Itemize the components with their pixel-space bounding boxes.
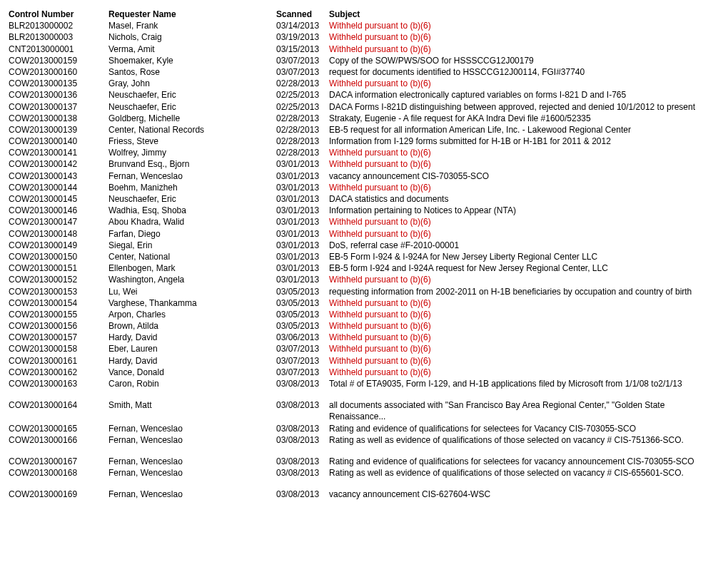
table-row: COW2013000166Fernan, Wenceslao03/08/2013… [9, 434, 719, 446]
table-row: COW2013000136Neuschaefer, Eric02/25/2013… [9, 89, 719, 101]
cell-control-number: COW2013000166 [9, 434, 108, 446]
cell-requester-name: Wadhia, Esq, Shoba [108, 205, 276, 216]
cell-subject: Withheld pursuant to (b)(6) [326, 44, 719, 55]
cell-subject: Rating and evidence of qualifications fo… [326, 456, 719, 467]
cell-requester-name: Nichols, Craig [108, 31, 276, 43]
cell-control-number: COW2013000135 [9, 78, 108, 89]
cell-subject: Rating as well as evidence of qualificat… [326, 467, 719, 479]
cell-subject: DoS, referral case #F-2010-00001 [326, 240, 719, 251]
cell-control-number: COW2013000142 [9, 158, 108, 170]
cell-control-number: COW2013000159 [9, 55, 108, 66]
cell-control-number: COW2013000157 [9, 332, 108, 343]
cell-control-number: COW2013000140 [9, 136, 108, 147]
cell-subject: Withheld pursuant to (b)(6) [326, 309, 719, 320]
cell-subject: DACA Forms I-821D distinguishing between… [326, 101, 719, 113]
cell-subject: DACA statistics and documents [326, 193, 719, 205]
cell-subject: EB-5 request for all information America… [326, 124, 719, 136]
table-row: COW2013000154Varghese, Thankamma03/05/20… [9, 297, 719, 309]
cell-subject: Rating and evidence of qualifications fo… [326, 423, 719, 434]
cell-subject: Withheld pursuant to (b)(6) [326, 320, 719, 332]
cell-control-number: BLR2013000003 [9, 31, 108, 43]
table-row: COW2013000145Neuschaefer, Eric03/01/2013… [9, 193, 719, 205]
table-row: BLR2013000003Nichols, Craig03/19/2013Wit… [9, 31, 719, 43]
table-row: COW2013000158Eber, Lauren03/07/2013Withh… [9, 343, 719, 354]
cell-control-number: COW2013000154 [9, 297, 108, 309]
cell-control-number: COW2013000144 [9, 182, 108, 193]
cell-subject: Withheld pursuant to (b)(6) [326, 31, 719, 43]
cell-scanned: 02/28/2013 [276, 124, 326, 136]
cell-scanned: 03/08/2013 [276, 434, 326, 446]
cell-scanned: 03/07/2013 [276, 367, 326, 378]
cell-subject: Withheld pursuant to (b)(6) [326, 343, 719, 354]
cell-scanned: 03/08/2013 [276, 423, 326, 434]
table-row: COW2013000146Wadhia, Esq, Shoba03/01/201… [9, 205, 719, 216]
cell-requester-name: Hardy, David [108, 355, 276, 367]
table-row: COW2013000161Hardy, David03/07/2013Withh… [9, 355, 719, 367]
cell-requester-name: Caron, Robin [108, 378, 276, 389]
cell-requester-name: Fernan, Wenceslao [108, 467, 276, 479]
table-row: COW2013000150Center, National03/01/2013E… [9, 251, 719, 262]
cell-control-number: COW2013000146 [9, 205, 108, 216]
table-row: COW2013000135Gray, John02/28/2013Withhel… [9, 78, 719, 89]
cell-control-number: COW2013000165 [9, 423, 108, 434]
cell-requester-name: Fernan, Wenceslao [108, 489, 276, 500]
cell-subject: EB-5 form I-924 and I-924A request for N… [326, 262, 719, 274]
cell-control-number: COW2013000167 [9, 456, 108, 467]
cell-scanned: 02/28/2013 [276, 147, 326, 158]
cell-scanned: 03/08/2013 [276, 399, 326, 411]
cell-control-number: COW2013000163 [9, 378, 108, 389]
cell-control-number: COW2013000141 [9, 147, 108, 158]
cell-control-number: COW2013000150 [9, 251, 108, 262]
cell-scanned: 03/19/2013 [276, 31, 326, 43]
cell-subject: all documents associated with "San Franc… [326, 399, 719, 422]
cell-scanned: 03/08/2013 [276, 467, 326, 479]
cell-control-number: COW2013000168 [9, 467, 108, 479]
cell-control-number: COW2013000153 [9, 286, 108, 297]
cell-subject: requesting information from 2002-2011 on… [326, 286, 719, 297]
table-row: COW2013000165Fernan, Wenceslao03/08/2013… [9, 423, 719, 434]
row-spacer [9, 446, 719, 456]
cell-requester-name: Center, National Records [108, 124, 276, 136]
table-row: COW2013000164Smith, Matt03/08/2013all do… [9, 399, 719, 422]
cell-requester-name: Friess, Steve [108, 136, 276, 147]
cell-requester-name: Brunvand Esq., Bjorn [108, 158, 276, 170]
cell-scanned: 03/01/2013 [276, 274, 326, 285]
cell-scanned: 02/25/2013 [276, 89, 326, 101]
cell-subject: Withheld pursuant to (b)(6) [326, 274, 719, 285]
table-row: COW2013000151Ellenbogen, Mark03/01/2013E… [9, 262, 719, 274]
cell-control-number: COW2013000138 [9, 113, 108, 124]
cell-scanned: 03/07/2013 [276, 55, 326, 66]
cell-requester-name: Goldberg, Michelle [108, 113, 276, 124]
cell-scanned: 03/08/2013 [276, 489, 326, 500]
cell-subject: request for documents identified to HSSC… [326, 66, 719, 78]
cell-requester-name: Smith, Matt [108, 399, 276, 411]
cell-subject: Information pertaining to Notices to App… [326, 205, 719, 216]
cell-requester-name: Neuschaefer, Eric [108, 101, 276, 113]
cell-requester-name: Arpon, Charles [108, 309, 276, 320]
cell-scanned: 03/01/2013 [276, 216, 326, 228]
table-row: CNT2013000001Verma, Amit03/15/2013Withhe… [9, 44, 719, 55]
cell-requester-name: Center, National [108, 251, 276, 262]
cell-scanned: 03/07/2013 [276, 355, 326, 367]
table-row: COW2013000153Lu, Wei03/05/2013requesting… [9, 286, 719, 297]
cell-scanned: 03/07/2013 [276, 343, 326, 354]
cell-scanned: 02/25/2013 [276, 101, 326, 113]
table-row: COW2013000142Brunvand Esq., Bjorn03/01/2… [9, 158, 719, 170]
cell-control-number: COW2013000148 [9, 228, 108, 240]
table-row: COW2013000141Wolfrey, Jimmy02/28/2013Wit… [9, 147, 719, 158]
cell-subject: Strakaty, Eugenie - A file request for A… [326, 113, 719, 124]
cell-control-number: COW2013000161 [9, 355, 108, 367]
cell-requester-name: Neuschaefer, Eric [108, 89, 276, 101]
cell-scanned: 02/28/2013 [276, 78, 326, 89]
cell-requester-name: Siegal, Erin [108, 240, 276, 251]
cell-scanned: 03/14/2013 [276, 20, 326, 31]
table-row: COW2013000167Fernan, Wenceslao03/08/2013… [9, 456, 719, 467]
table-row: BLR2013000002Masel, Frank03/14/2013Withh… [9, 20, 719, 31]
cell-scanned: 03/01/2013 [276, 262, 326, 274]
cell-scanned: 03/01/2013 [276, 251, 326, 262]
table-row: COW2013000148Farfan, Diego03/01/2013With… [9, 228, 719, 240]
cell-subject: Withheld pursuant to (b)(6) [326, 355, 719, 367]
cell-requester-name: Gray, John [108, 78, 276, 89]
header-subject: Subject [326, 9, 719, 20]
table-row: COW2013000157Hardy, David03/06/2013Withh… [9, 332, 719, 343]
